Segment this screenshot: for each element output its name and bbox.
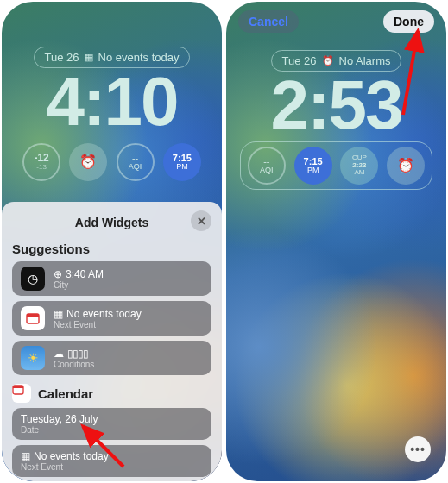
cal-next-sub: Next Event [21,462,109,472]
sug-cal-title: No events today [66,308,142,320]
sug-clock-sub: City [54,280,104,290]
more-button[interactable]: ••• [405,436,431,462]
sug-clock-time: 3:40 AM [66,268,104,280]
cancel-button[interactable]: Cancel [238,10,299,33]
cal-glyph-icon-2: ▦ [21,450,30,462]
cup-ampm: AM [354,169,364,177]
alarm-widget[interactable]: ⏰ [67,141,109,184]
suggestion-weather[interactable]: ☀ ☁▯▯▯▯ Conditions [12,341,211,375]
edit-bar: Cancel Done [226,10,446,33]
lock-clock: 2:53 [226,66,446,145]
aqi-widget[interactable]: -- AQI [246,144,287,187]
close-button[interactable]: ✕ [191,210,211,231]
world-clock-widget-1[interactable]: 7:15 PM [293,144,334,187]
alarm-widget[interactable]: ⏰ [385,144,426,187]
weather-app-icon: ☀ [21,346,45,370]
suggestion-calendar[interactable]: ▦No events today Next Event [12,301,211,336]
add-widgets-sheet: Add Widgets ✕ Suggestions ◷ ⊕3:40 AM Cit… [2,202,222,481]
cal-date-sub: Date [21,425,98,435]
bars-icon: ▯▯▯▯ [67,348,88,360]
clock-ampm: PM [176,163,188,172]
clock-app-icon: ◷ [21,267,45,291]
calendar-section-header: Calendar [12,384,211,403]
widget-row: -12 -13 ⏰ -- AQI 7:15 PM [16,138,208,186]
suggestions-label: Suggestions [12,242,211,256]
calendar-row-next-event[interactable]: ▦No events today Next Event [12,445,211,477]
cal-glyph-icon: ▦ [54,308,63,320]
cloud-icon: ☁ [54,348,64,360]
sheet-title: Add Widgets [75,216,148,229]
suggestion-clock[interactable]: ◷ ⊕3:40 AM City [12,261,211,296]
world-clock-widget-2[interactable]: CUP 2:23 AM [339,144,381,187]
calendar-row-date[interactable]: Tuesday, 26 July Date [12,408,211,440]
svg-rect-1 [27,314,39,317]
aqi-lbl: AQI [129,163,142,172]
temp-lo: -13 [36,164,47,172]
alarm-icon-2: ⏰ [397,158,414,173]
clock-ampm: PM [307,166,319,175]
ellipsis-icon: ••• [410,442,426,456]
sug-weather-sub: Conditions [54,360,94,369]
calendar-section-label: Calendar [38,386,93,401]
lock-clock: 4:10 [2,62,222,141]
alarm-icon: ⏰ [79,154,97,170]
cal-date-title: Tuesday, 26 July [21,413,98,425]
calendar-app-icon [21,306,45,330]
phone-right: Cancel Done Tue 26 ⏰ No Alarms 2:53 -- A… [226,2,446,481]
calendar-app-icon-2 [12,384,31,403]
world-clock-widget[interactable]: 7:15 PM [161,141,203,184]
globe-icon: ⊕ [54,268,62,280]
svg-rect-3 [13,386,23,388]
cal-next-title: No events today [34,450,109,462]
weather-widget[interactable]: -12 -13 [21,141,62,184]
sug-cal-sub: Next Event [54,320,142,329]
done-button[interactable]: Done [383,10,434,33]
aqi-lbl: AQI [260,166,274,175]
aqi-widget[interactable]: -- AQI [115,141,156,184]
phone-left: Tue 26 ▦ No events today 4:10 -12 -13 ⏰ [2,2,222,481]
close-icon: ✕ [197,215,206,228]
widget-row[interactable]: -- AQI 7:15 PM CUP 2:23 AM [240,141,432,190]
